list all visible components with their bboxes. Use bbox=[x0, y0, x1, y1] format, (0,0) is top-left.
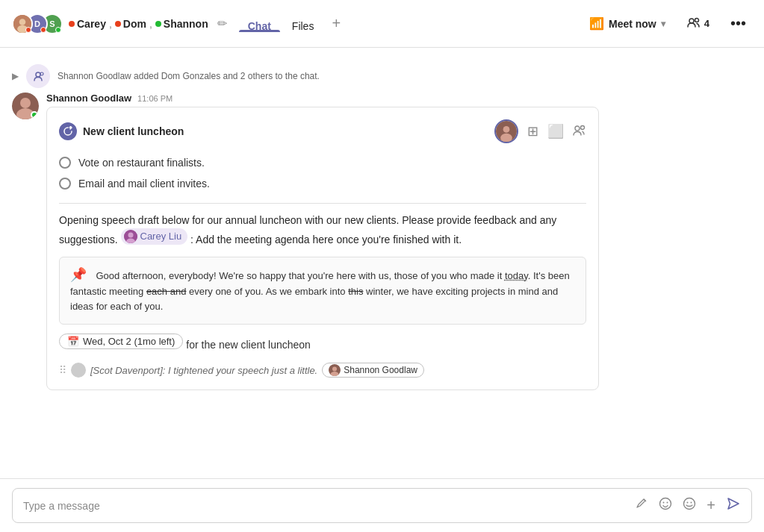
svg-point-20 bbox=[332, 367, 337, 372]
compose-placeholder[interactable]: Type a message bbox=[23, 500, 629, 512]
quoted-block: 📌 Good afternoon, everybody! We're so ha… bbox=[59, 257, 586, 325]
reply-bar: ⠿ [Scot Davenport]: I tightened your spe… bbox=[59, 363, 586, 378]
mention-avatar bbox=[124, 230, 137, 243]
tab-chat[interactable]: Chat bbox=[239, 20, 280, 32]
more-icon: ••• bbox=[730, 15, 746, 31]
drag-handle[interactable]: ⠿ bbox=[59, 364, 66, 376]
meet-now-button[interactable]: 📶 Meet now ▾ bbox=[583, 12, 671, 35]
task-list: Vote on restaurant finalists. Email and … bbox=[59, 152, 586, 194]
loop-card-header: New client luncheon bbox=[59, 119, 586, 143]
svg-point-13 bbox=[575, 126, 580, 131]
expand-icon[interactable]: ⬜ bbox=[547, 123, 564, 140]
collapse-icon[interactable]: ▶ bbox=[12, 71, 19, 81]
grid-icon[interactable]: ⊞ bbox=[527, 123, 538, 140]
people-icon[interactable] bbox=[573, 123, 586, 140]
date-suffix: for the new client luncheon bbox=[186, 339, 311, 351]
loop-icon bbox=[59, 122, 77, 140]
name-carey: Carey bbox=[69, 18, 106, 30]
message-content: Shannon Goodlaw 11:06 PM bbox=[46, 93, 752, 390]
header-tabs: Chat Files + bbox=[239, 15, 347, 32]
reply-avatar-placeholder bbox=[71, 363, 86, 378]
header-names: Carey , Dom , Shannon bbox=[69, 18, 208, 30]
quoted-text: Good afternoon, everybody! We're so happ… bbox=[70, 270, 570, 313]
name-dom: Dom bbox=[115, 18, 146, 30]
header: D S Carey , Dom , Shannon bbox=[0, 0, 764, 48]
avatar-carey bbox=[12, 13, 33, 34]
svg-point-14 bbox=[581, 125, 585, 129]
svg-point-8 bbox=[20, 98, 31, 108]
loop-card-title-area: New client luncheon bbox=[59, 122, 184, 140]
task-checkbox-1[interactable] bbox=[59, 157, 71, 169]
reply-name-chip[interactable]: Shannon Goodlaw bbox=[322, 363, 424, 378]
mention-chip[interactable]: Carey Liu bbox=[121, 228, 188, 245]
svg-point-23 bbox=[663, 502, 665, 504]
svg-point-5 bbox=[36, 72, 40, 77]
task-checkbox-2[interactable] bbox=[59, 178, 71, 190]
system-icon bbox=[26, 64, 50, 88]
avatar-group: D S bbox=[12, 13, 63, 34]
collab-avatar bbox=[494, 119, 518, 143]
system-message: ▶ Shannon Goodlaw added Dom Gonzales and… bbox=[12, 60, 752, 93]
pin-icon: 📌 bbox=[70, 266, 87, 283]
status-dot-carey bbox=[69, 21, 75, 27]
task-item-2: Email and mail client invites. bbox=[59, 173, 586, 194]
format-icon[interactable] bbox=[635, 497, 648, 514]
reply-chip-avatar bbox=[329, 364, 341, 376]
send-button[interactable] bbox=[726, 496, 741, 515]
loop-card-actions: ⊞ ⬜ bbox=[494, 119, 586, 143]
svg-point-24 bbox=[667, 502, 668, 504]
strikethrough-today: today bbox=[505, 270, 528, 281]
header-right: 📶 Meet now ▾ 4 ••• bbox=[583, 10, 752, 37]
chat-area: ▶ Shannon Goodlaw added Dom Gonzales and… bbox=[0, 48, 764, 532]
sticker-icon[interactable] bbox=[683, 497, 696, 514]
compose-bar: Type a message bbox=[0, 478, 764, 532]
strikethrough-this: this bbox=[348, 286, 363, 297]
status-dot-dom bbox=[115, 21, 121, 27]
sender-avatar bbox=[12, 93, 39, 119]
edit-icon[interactable]: ✏ bbox=[217, 16, 227, 31]
status-dot-shannon bbox=[155, 21, 161, 27]
header-left: D S Carey , Dom , Shannon bbox=[12, 13, 583, 34]
compose-actions: + bbox=[635, 496, 741, 515]
loop-card-title: New client luncheon bbox=[83, 125, 184, 137]
strikethrough-each-and: each and bbox=[146, 286, 187, 297]
svg-point-4 bbox=[695, 19, 698, 22]
chevron-down-icon: ▾ bbox=[661, 19, 665, 29]
tab-files[interactable]: Files bbox=[283, 20, 323, 32]
add-tab-button[interactable]: + bbox=[326, 15, 347, 32]
svg-point-1 bbox=[19, 19, 26, 25]
svg-point-18 bbox=[71, 363, 86, 378]
svg-point-25 bbox=[684, 498, 695, 510]
reply-text: [Scot Davenport]: I tightened your speec… bbox=[90, 365, 317, 376]
task-item-1: Vote on restaurant finalists. bbox=[59, 152, 586, 173]
svg-point-27 bbox=[691, 502, 692, 504]
message-time: 11:06 PM bbox=[137, 94, 173, 103]
message-group: Shannon Goodlaw 11:06 PM bbox=[12, 93, 752, 390]
participants-button[interactable]: 4 bbox=[680, 10, 715, 37]
loop-card: New client luncheon bbox=[46, 107, 599, 390]
compose-input-area: Type a message bbox=[12, 488, 752, 523]
more-options-button[interactable]: ••• bbox=[724, 12, 752, 35]
date-chip[interactable]: 📅 Wed, Oct 2 (1mo left) bbox=[59, 334, 183, 349]
name-shannon: Shannon bbox=[155, 18, 208, 30]
emoji-icon[interactable] bbox=[659, 497, 672, 514]
svg-point-22 bbox=[660, 498, 671, 510]
messages-container: ▶ Shannon Goodlaw added Dom Gonzales and… bbox=[0, 48, 764, 478]
svg-point-16 bbox=[128, 232, 133, 237]
svg-point-11 bbox=[503, 126, 510, 133]
loop-card-scroll[interactable]: Vote on restaurant finalists. Email and … bbox=[59, 152, 586, 378]
main-area: ▶ Shannon Goodlaw added Dom Gonzales and… bbox=[0, 48, 764, 532]
message-author: Shannon Goodlaw bbox=[46, 93, 131, 104]
participants-icon bbox=[686, 15, 701, 32]
card-body-text: Opening speech draft below for our annua… bbox=[59, 213, 586, 248]
add-icon[interactable]: + bbox=[706, 497, 715, 514]
card-divider bbox=[59, 203, 586, 204]
svg-point-26 bbox=[687, 502, 689, 504]
signal-icon: 📶 bbox=[589, 16, 604, 31]
date-area: 📅 Wed, Oct 2 (1mo left) for the new clie… bbox=[59, 334, 586, 355]
svg-point-3 bbox=[689, 19, 694, 23]
svg-point-6 bbox=[40, 72, 43, 75]
message-meta: Shannon Goodlaw 11:06 PM bbox=[46, 93, 752, 104]
calendar-icon: 📅 bbox=[67, 336, 79, 347]
